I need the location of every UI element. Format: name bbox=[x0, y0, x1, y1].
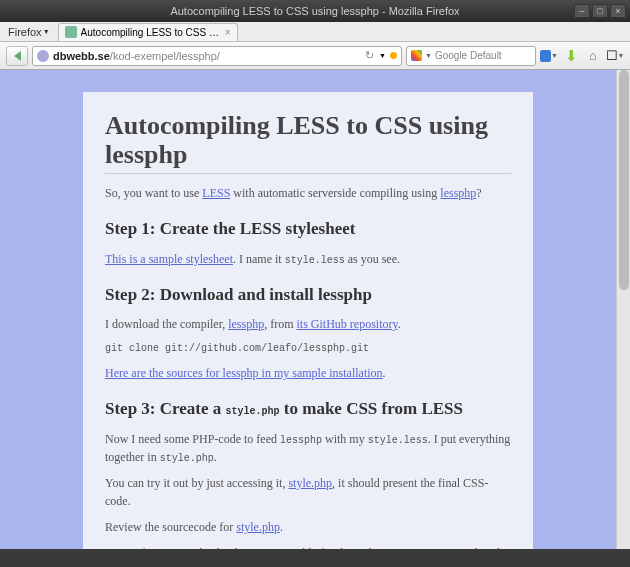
favicon-icon bbox=[65, 26, 77, 38]
stylephp-src-link[interactable]: style.php bbox=[236, 520, 280, 534]
chevron-down-icon: ▼ bbox=[551, 52, 558, 59]
back-arrow-icon bbox=[14, 51, 21, 61]
intro-paragraph: So, you want to use LESS with automatic … bbox=[105, 184, 511, 202]
chevron-down-icon: ▼ bbox=[618, 52, 625, 59]
page-viewport: Autocompiling LESS to CSS using lessphp … bbox=[0, 70, 616, 549]
step2-paragraph: I download the compiler, lessphp, from i… bbox=[105, 315, 511, 333]
url-host: dbwebb.se bbox=[53, 50, 110, 62]
menubar: Firefox ▼ Autocompiling LESS to CSS usin… bbox=[0, 22, 630, 42]
code-text: style.php bbox=[226, 406, 280, 417]
addon-button[interactable]: ▼ bbox=[540, 47, 558, 65]
sources-link[interactable]: Here are the sources for lessphp in my s… bbox=[105, 366, 383, 380]
globe-icon bbox=[37, 50, 49, 62]
window-title: Autocompiling LESS to CSS using lessphp … bbox=[170, 5, 459, 17]
lessphp-link[interactable]: lessphp bbox=[228, 317, 264, 331]
minimize-button[interactable]: – bbox=[574, 4, 590, 18]
url-path: /kod-exempel/lessphp/ bbox=[110, 50, 220, 62]
downloads-button[interactable]: ⬇ bbox=[562, 47, 580, 65]
firefox-menu[interactable]: Firefox ▼ bbox=[4, 26, 54, 38]
google-icon bbox=[411, 50, 422, 61]
chevron-down-icon[interactable]: ▼ bbox=[425, 52, 432, 59]
lessphp-link[interactable]: lessphp bbox=[440, 186, 476, 200]
tab-label: Autocompiling LESS to CSS usin… bbox=[81, 27, 221, 38]
square-icon bbox=[540, 50, 551, 62]
step1-heading: Step 1: Create the LESS stylesheet bbox=[105, 216, 511, 242]
firefox-menu-label: Firefox bbox=[8, 26, 42, 38]
home-button[interactable]: ⌂ bbox=[584, 47, 602, 65]
step3-p2: You can try it out by just accessing it,… bbox=[105, 474, 511, 510]
close-button[interactable]: × bbox=[610, 4, 626, 18]
browser-tab[interactable]: Autocompiling LESS to CSS usin… × bbox=[58, 23, 238, 41]
code-block: git clone git://github.com/leafo/lessphp… bbox=[105, 341, 511, 356]
maximize-button[interactable]: □ bbox=[592, 4, 608, 18]
vertical-scrollbar[interactable] bbox=[616, 70, 630, 549]
scroll-thumb[interactable] bbox=[619, 70, 629, 290]
window-titlebar: Autocompiling LESS to CSS using lessphp … bbox=[0, 0, 630, 22]
reload-icon[interactable]: ↻ bbox=[365, 49, 374, 62]
close-tab-icon[interactable]: × bbox=[225, 27, 231, 38]
stylephp-link[interactable]: style.php bbox=[288, 476, 332, 490]
bookmarks-button[interactable]: ☐▼ bbox=[606, 47, 624, 65]
chevron-down-icon: ▼ bbox=[43, 28, 50, 35]
window-controls: – □ × bbox=[574, 4, 626, 18]
toolbar: dbwebb.se/kod-exempel/lessphp/ ↻ ▼ ▼ Goo… bbox=[0, 42, 630, 70]
step3-p3: Review the sourcecode for style.php. bbox=[105, 518, 511, 536]
page-title: Autocompiling LESS to CSS using lessphp bbox=[105, 112, 511, 174]
step3-heading: Step 3: Create a style.php to make CSS f… bbox=[105, 396, 511, 422]
url-bar[interactable]: dbwebb.se/kod-exempel/lessphp/ ↻ ▼ bbox=[32, 46, 402, 66]
content-area: Autocompiling LESS to CSS using lessphp … bbox=[0, 70, 630, 549]
chevron-down-icon[interactable]: ▼ bbox=[379, 52, 386, 59]
step1-paragraph: This is a sample stylesheet. I name it s… bbox=[105, 250, 511, 268]
github-link[interactable]: its GitHub repository bbox=[296, 317, 397, 331]
code-text: style.less bbox=[285, 255, 345, 266]
back-button[interactable] bbox=[6, 46, 28, 66]
page-content: Autocompiling LESS to CSS using lessphp … bbox=[83, 92, 533, 549]
step2-sources-paragraph: Here are the sources for lessphp in my s… bbox=[105, 364, 511, 382]
step3-p4: Do not forget to make the directory writ… bbox=[105, 544, 511, 549]
sample-stylesheet-link[interactable]: This is a sample stylesheet bbox=[105, 252, 233, 266]
search-bar[interactable]: ▼ Google Default bbox=[406, 46, 536, 66]
less-link[interactable]: LESS bbox=[202, 186, 230, 200]
search-placeholder: Google Default bbox=[435, 50, 502, 61]
bookmark-icon[interactable] bbox=[390, 52, 397, 59]
step3-p1: Now I need some PHP-code to feed lessphp… bbox=[105, 430, 511, 466]
tab-bar: Autocompiling LESS to CSS usin… × bbox=[54, 23, 238, 41]
step2-heading: Step 2: Download and install lessphp bbox=[105, 282, 511, 308]
